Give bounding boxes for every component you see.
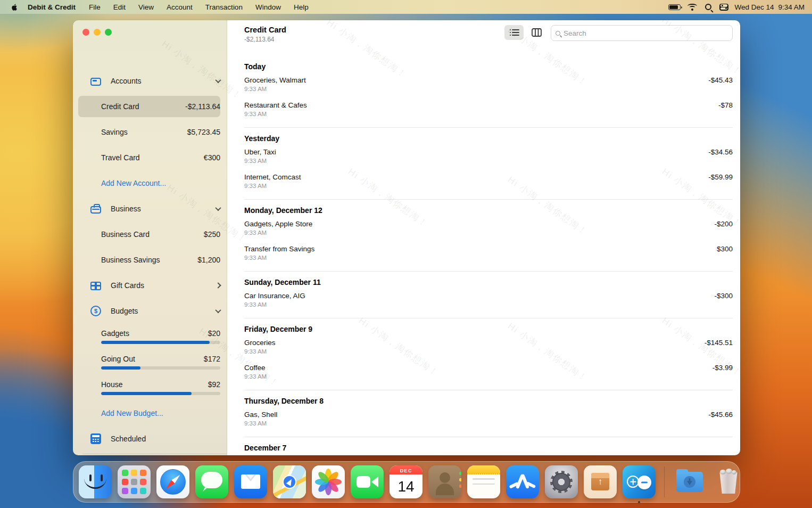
account-label: Travel Card <box>101 153 204 162</box>
transaction-amount: -$45.66 <box>708 411 733 419</box>
spotlight-icon[interactable] <box>705 4 711 10</box>
sidebar-item-budget-gadgets[interactable]: Gadgets $20 <box>73 324 227 349</box>
dock-contacts-icon[interactable] <box>428 465 461 498</box>
menu-file[interactable]: File <box>83 3 106 11</box>
transaction-time: 9:33 AM <box>244 230 714 236</box>
menu-help[interactable]: Help <box>288 3 314 11</box>
sidebar-item-credit-card[interactable]: Credit Card -$2,113.64 <box>73 94 227 119</box>
transaction-title: Groceries <box>244 339 705 347</box>
sidebar-section-business[interactable]: Business <box>73 196 227 222</box>
sidebar-item-travel-card[interactable]: Travel Card €300 <box>73 145 227 170</box>
menu-view[interactable]: View <box>132 3 160 11</box>
chevron-right-icon[interactable] <box>215 282 221 288</box>
search-input[interactable] <box>564 29 728 37</box>
menu-bar-clock[interactable]: Wed Dec 14 9:34 AM <box>734 3 805 11</box>
chevron-down-icon[interactable] <box>215 205 221 211</box>
dock-finder-icon[interactable] <box>79 465 112 498</box>
transaction-time: 9:33 AM <box>244 420 708 427</box>
budget-remaining: $172 <box>204 355 220 363</box>
chevron-down-icon[interactable] <box>215 307 221 313</box>
control-center-icon[interactable] <box>719 4 728 11</box>
dock-trash-icon[interactable] <box>712 465 745 498</box>
dock-facetime-icon[interactable] <box>351 465 384 498</box>
dock-launchpad-icon[interactable] <box>118 465 151 498</box>
sidebar-item-savings[interactable]: Savings $5,723.45 <box>73 119 227 145</box>
transaction-list: Today Groceries, Walmart 9:33 AM -$45.43… <box>227 56 740 455</box>
list-view-button[interactable] <box>504 25 524 40</box>
dock-maps-icon[interactable] <box>273 465 306 498</box>
transaction-group-dec8: Thursday, December 8 Gas, Shell 9:33 AM … <box>244 390 733 437</box>
dock-system-settings-icon[interactable] <box>545 465 578 498</box>
apple-menu-icon[interactable] <box>6 3 22 12</box>
transaction-time: 9:33 AM <box>244 158 708 164</box>
transaction-time: 9:33 AM <box>244 301 714 308</box>
transaction-row[interactable]: Uber, Taxi 9:33 AM -$34.56 <box>244 148 733 164</box>
dock-app-store-icon[interactable] <box>506 465 539 498</box>
sidebar-item-business-card[interactable]: Business Card $250 <box>73 222 227 247</box>
battery-icon[interactable] <box>668 4 681 10</box>
search-field[interactable] <box>551 25 733 41</box>
account-balance: $5,723.45 <box>187 128 220 136</box>
window-controls <box>73 20 227 36</box>
sidebar-item-budget-going-out[interactable]: Going Out $172 <box>73 349 227 375</box>
menu-edit[interactable]: Edit <box>107 3 131 11</box>
dock-installer-icon[interactable]: ↑ <box>584 465 617 498</box>
transaction-amount: -$34.56 <box>708 148 733 156</box>
sidebar-section-accounts[interactable]: Accounts <box>73 68 227 94</box>
desktop-wallpaper: Debit & Credit File Edit View Account Tr… <box>0 0 812 508</box>
gift-icon <box>90 282 101 290</box>
zoom-window-button[interactable] <box>105 29 112 36</box>
dock-photos-icon[interactable] <box>312 465 345 498</box>
columns-view-button[interactable] <box>527 25 546 40</box>
dock-safari-icon[interactable] <box>156 465 189 498</box>
section-label: Gift Cards <box>111 281 216 290</box>
sidebar-divider <box>82 454 227 454</box>
add-new-account-button[interactable]: Add New Account... <box>73 170 227 196</box>
sidebar-section-budgets[interactable]: $ Budgets <box>73 298 227 324</box>
section-label: Business <box>111 204 216 213</box>
menu-window[interactable]: Window <box>250 3 287 11</box>
dock-messages-icon[interactable] <box>195 465 228 498</box>
transaction-time: 9:33 AM <box>244 255 717 261</box>
minimize-window-button[interactable] <box>94 29 101 36</box>
close-window-button[interactable] <box>82 29 89 36</box>
transaction-row[interactable]: Groceries 9:33 AM -$145.51 <box>244 339 733 355</box>
account-label: Business Card <box>101 230 204 239</box>
transaction-amount: $300 <box>717 245 733 253</box>
transaction-row[interactable]: Gas, Shell 9:33 AM -$45.66 <box>244 411 733 427</box>
main-header: Credit Card -$2,113.64 <box>227 20 740 43</box>
dock-debit-and-credit-icon[interactable] <box>623 465 656 498</box>
transaction-title: Restaurant & Cafes <box>244 101 718 109</box>
transaction-row[interactable]: Internet, Comcast 9:33 AM -$59.99 <box>244 173 733 189</box>
transaction-row[interactable]: Gadgets, Apple Store 9:33 AM -$200 <box>244 220 733 236</box>
dock: DEC 14 ↑ <box>73 461 740 503</box>
dock-notes-icon[interactable] <box>467 465 500 498</box>
transaction-row[interactable]: Transfer from Savings 9:33 AM $300 <box>244 245 733 261</box>
budget-label: Gadgets <box>101 329 208 338</box>
transaction-group-yesterday: Yesterday Uber, Taxi 9:33 AM -$34.56 Int… <box>244 128 733 200</box>
sidebar-section-gift-cards[interactable]: Gift Cards <box>73 273 227 298</box>
menu-account[interactable]: Account <box>161 3 198 11</box>
dollar-circle-icon: $ <box>90 306 101 316</box>
transaction-row[interactable]: Groceries, Walmart 9:33 AM -$45.43 <box>244 76 733 92</box>
transaction-amount: -$300 <box>714 292 733 300</box>
menu-app-name[interactable]: Debit & Credit <box>23 3 82 11</box>
add-new-budget-button[interactable]: Add New Budget... <box>73 400 227 426</box>
transaction-row[interactable]: Car Insurance, AIG 9:33 AM -$300 <box>244 292 733 308</box>
chevron-down-icon[interactable] <box>215 77 221 83</box>
briefcase-icon <box>90 206 101 214</box>
transaction-title: Groceries, Walmart <box>244 76 708 84</box>
sidebar-item-budget-house[interactable]: House $92 <box>73 375 227 400</box>
calendar-icon <box>90 433 101 444</box>
transaction-row[interactable]: Restaurant & Cafes 9:33 AM -$78 <box>244 101 733 117</box>
dock-mail-icon[interactable] <box>234 465 267 498</box>
dock-calendar-icon[interactable]: DEC 14 <box>390 465 422 498</box>
sidebar-item-scheduled[interactable]: Scheduled <box>73 426 227 452</box>
main-content: Credit Card -$2,113.64 <box>227 20 740 455</box>
transaction-row[interactable]: Coffee 9:33 AM -$3.99 <box>244 364 733 380</box>
transaction-title: Car Insurance, AIG <box>244 292 714 300</box>
dock-downloads-folder-icon[interactable] <box>673 465 706 498</box>
sidebar-item-business-savings[interactable]: Business Savings $1,200 <box>73 247 227 273</box>
wifi-icon[interactable] <box>687 4 697 11</box>
menu-transaction[interactable]: Transaction <box>200 3 248 11</box>
